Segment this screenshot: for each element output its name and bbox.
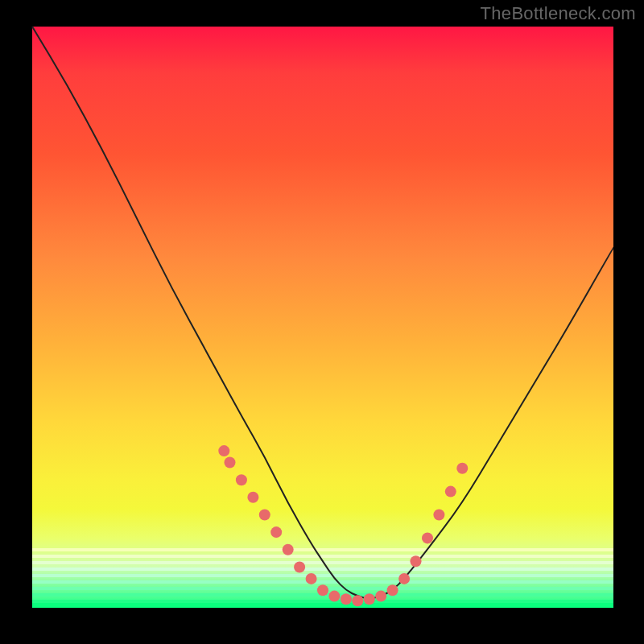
bottleneck-curve	[32, 27, 613, 598]
plot-area	[32, 27, 613, 608]
highlight-marker	[259, 510, 270, 521]
highlight-marker	[375, 591, 386, 602]
watermark-text: TheBottleneck.com	[481, 3, 636, 24]
highlight-marker	[445, 486, 456, 497]
highlight-marker	[270, 526, 282, 538]
highlight-marker	[317, 584, 328, 596]
highlight-marker	[433, 510, 444, 521]
highlight-marker	[411, 555, 422, 567]
highlight-marker	[387, 584, 398, 596]
highlight-marker	[236, 474, 247, 485]
highlight-marker	[283, 544, 294, 555]
highlight-marker	[294, 562, 305, 573]
highlight-marker	[328, 591, 340, 602]
highlight-marker	[247, 492, 258, 503]
highlight-marker	[398, 573, 410, 584]
highlight-marker	[218, 445, 229, 456]
marker-group	[218, 445, 468, 606]
highlight-marker	[352, 595, 363, 606]
highlight-marker	[364, 593, 375, 605]
curve-svg	[32, 27, 613, 608]
highlight-marker	[456, 463, 468, 474]
chart-frame: TheBottleneck.com	[0, 0, 644, 644]
highlight-marker	[341, 593, 352, 605]
highlight-marker	[422, 532, 433, 543]
highlight-marker	[225, 457, 236, 469]
highlight-marker	[306, 573, 317, 584]
